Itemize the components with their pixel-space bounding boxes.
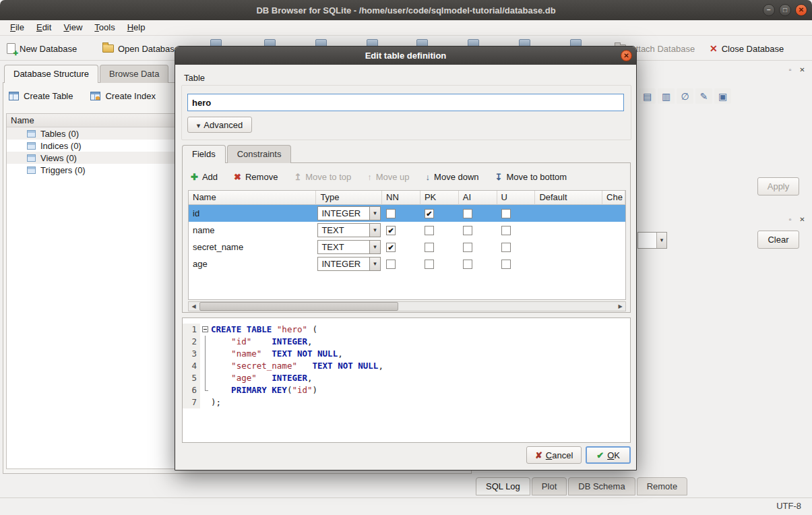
cancel-button[interactable]: Cancel [526,446,582,464]
default-cell[interactable] [535,255,602,272]
fields-tab-panel: ✚Add✖Remove↥Move to top↑Move up↓Move dow… [182,162,631,313]
check-cell[interactable] [602,222,625,239]
dialog-tab-constraints[interactable]: Constraints [227,145,292,163]
column-header-pk[interactable]: PK [420,191,459,205]
column-header-u[interactable]: U [497,191,536,205]
check-cell[interactable] [602,255,625,272]
pk-checkbox[interactable] [425,226,434,235]
move-to-bottom-button[interactable]: ↧Move to bottom [495,172,567,182]
type-select[interactable]: TEXT [317,223,381,237]
menu-help[interactable]: Help [121,20,152,35]
add-button[interactable]: ✚Add [191,172,218,182]
copy-icon[interactable]: ▣ [714,88,731,104]
clear-button[interactable]: Clear [757,231,799,249]
menu-tools[interactable]: Tools [88,20,121,35]
minimize-icon[interactable] [763,4,775,16]
nn-checkbox[interactable] [386,209,396,218]
column-header-name[interactable]: Name [189,191,316,205]
fields-toolbar: ✚Add✖Remove↥Move to top↑Move up↓Move dow… [191,169,567,185]
field-row-age[interactable]: ageINTEGER [189,255,625,272]
field-name-cell[interactable]: name [189,222,316,239]
pk-checkbox[interactable] [425,209,434,218]
menu-file[interactable]: File [4,20,30,35]
create-table-button[interactable]: Create Table [9,91,73,101]
tab-database-structure[interactable]: Database Structure [4,65,98,83]
close-dock-icon[interactable] [798,66,807,75]
advanced-button[interactable]: Advanced [187,117,252,133]
scroll-right-icon[interactable] [615,302,625,311]
maximize-icon[interactable] [779,4,791,16]
u-checkbox[interactable] [501,260,511,269]
field-name-cell[interactable]: age [189,255,316,272]
status-bar: UTF-8 [0,497,812,515]
field-row-name[interactable]: nameTEXT [189,222,625,239]
scroll-left-icon[interactable] [189,302,199,311]
default-cell[interactable] [535,205,602,222]
sql-preview[interactable]: 1CREATE TABLE "hero" (2 "id" INTEGER,3 "… [182,317,631,443]
nn-checkbox[interactable] [386,243,396,252]
column-header-ai[interactable]: AI [459,191,497,205]
ai-checkbox[interactable] [463,209,472,218]
move-down-button[interactable]: ↓Move down [426,172,479,182]
export-icon[interactable]: ▥ [658,88,675,104]
type-select[interactable]: INTEGER [317,206,381,220]
u-checkbox[interactable] [501,209,511,218]
nn-checkbox[interactable] [386,226,396,235]
close-dock-icon[interactable] [798,216,807,224]
remove-button[interactable]: ✖Remove [234,172,278,182]
edit-icon[interactable]: ✎ [695,88,712,104]
close-database-button[interactable]: Close Database [710,40,784,57]
tab-remote[interactable]: Remote [637,477,688,495]
pk-checkbox[interactable] [425,243,434,252]
fold-margin [200,360,211,372]
dialog-buttons: Cancel OK [526,446,631,464]
pk-checkbox[interactable] [425,260,434,269]
dialog-close-icon[interactable] [621,50,632,61]
ai-cell [459,205,497,222]
float-dock-icon[interactable] [786,216,794,224]
u-checkbox[interactable] [501,226,511,235]
close-icon[interactable] [795,4,807,16]
field-name-cell[interactable]: secret_name [189,239,316,255]
nn-checkbox[interactable] [386,260,396,269]
menu-view[interactable]: View [57,20,88,35]
tab-plot[interactable]: Plot [532,477,567,495]
field-row-id[interactable]: idINTEGER [189,205,625,222]
ok-button[interactable]: OK [586,446,631,464]
tab-browse-data[interactable]: Browse Data [100,65,168,83]
move-down-label: Move down [434,172,478,182]
new-database-button[interactable]: New Database [7,40,77,57]
u-checkbox[interactable] [501,243,511,252]
tab-sql-log[interactable]: SQL Log [476,477,530,495]
column-header-default[interactable]: Default [535,191,602,205]
fold-collapse-icon[interactable] [202,326,208,332]
ai-checkbox[interactable] [463,243,472,252]
default-cell[interactable] [535,222,602,239]
column-header-che[interactable]: Che [602,191,625,205]
ai-checkbox[interactable] [463,260,472,269]
apply-button[interactable]: Apply [757,177,799,195]
dialog-tab-fields[interactable]: Fields [182,145,226,163]
column-header-nn[interactable]: NN [382,191,420,205]
create-index-button[interactable]: Create Index [90,91,155,101]
filter-combo[interactable] [637,232,667,249]
fold-margin[interactable] [200,324,211,336]
remove-icon: ✖ [234,172,241,182]
table-name-input[interactable] [187,94,624,111]
grid-hscrollbar[interactable] [188,301,626,311]
scroll-thumb[interactable] [199,302,398,311]
tab-db-schema[interactable]: DB Schema [568,477,635,495]
default-cell[interactable] [535,239,602,255]
set-null-icon[interactable]: ∅ [677,88,693,104]
type-select[interactable]: INTEGER [317,257,381,271]
check-cell[interactable] [602,239,625,255]
field-row-secret-name[interactable]: secret_nameTEXT [189,239,625,255]
ai-checkbox[interactable] [463,226,472,235]
check-cell[interactable] [602,205,625,222]
float-dock-icon[interactable] [786,66,794,75]
import-icon[interactable]: ▤ [639,88,656,104]
field-name-cell[interactable]: id [189,205,316,222]
type-select[interactable]: TEXT [317,240,381,254]
menu-edit[interactable]: Edit [30,20,57,35]
column-header-type[interactable]: Type [316,191,382,205]
